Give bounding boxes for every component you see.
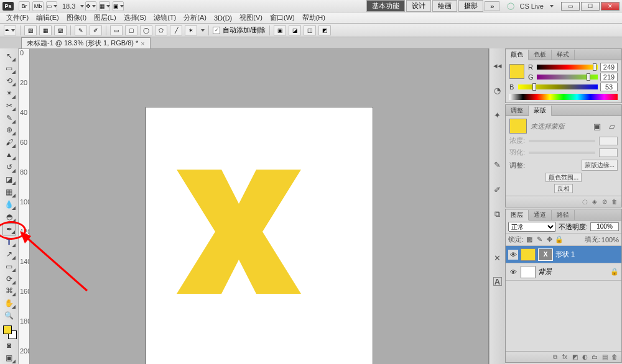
layer-mask-icon[interactable]: ◩: [570, 353, 579, 362]
window-maximize-button[interactable]: ☐: [581, 2, 600, 11]
lock-all-icon[interactable]: 🔒: [555, 235, 564, 244]
paragraph-panel-icon[interactable]: A: [493, 277, 502, 286]
ellipse-shape-icon[interactable]: ◯: [140, 25, 152, 35]
visibility-icon[interactable]: 👁: [508, 250, 518, 260]
move-tool[interactable]: ↖: [2, 50, 16, 62]
screen-mode-icon[interactable]: ▣: [113, 1, 124, 11]
rrect-shape-icon[interactable]: ▢: [125, 25, 137, 35]
layer-background[interactable]: 👁 背景 🔒: [506, 263, 621, 281]
link-layers-icon[interactable]: ⧉: [550, 353, 559, 362]
canvas-zone[interactable]: [30, 49, 488, 364]
quickmask-tool[interactable]: ◙: [2, 339, 16, 352]
adjust-tab[interactable]: 调整: [506, 106, 529, 116]
layer-thumb[interactable]: [521, 266, 536, 278]
color-swatches[interactable]: [2, 324, 17, 339]
pixel-mask-icon[interactable]: ▣: [592, 121, 603, 132]
layer-style-icon[interactable]: fx: [560, 353, 569, 362]
stamp-tool[interactable]: ▲: [2, 148, 16, 161]
delete-layer-icon[interactable]: 🗑: [610, 353, 619, 362]
polygon-shape-icon[interactable]: ⬠: [155, 25, 167, 35]
eraser-tool[interactable]: ◪: [2, 173, 16, 186]
menu-filter[interactable]: 滤镜(T): [150, 12, 180, 23]
quick-select-tool[interactable]: ✴: [2, 87, 16, 99]
marquee-tool[interactable]: ▭: [2, 62, 16, 75]
path-intersect-icon[interactable]: ◫: [304, 25, 316, 35]
history-panel-icon[interactable]: ◔: [492, 84, 503, 96]
cslive-icon[interactable]: ◯: [507, 2, 514, 10]
layer-shape1[interactable]: 👁 X 形状 1: [506, 246, 621, 263]
opacity-value[interactable]: 100%: [590, 222, 619, 231]
b-slider[interactable]: [518, 84, 598, 89]
gradient-tool[interactable]: ▦: [2, 186, 16, 198]
window-minimize-button[interactable]: ▭: [561, 2, 580, 11]
load-selection-icon[interactable]: ◌: [580, 198, 589, 206]
new-layer-icon[interactable]: ▤: [600, 353, 609, 362]
freeform-pen-icon[interactable]: ✐: [90, 25, 102, 35]
r-slider[interactable]: [537, 65, 598, 70]
path-select-tool[interactable]: ↗: [2, 248, 16, 260]
window-close-button[interactable]: ✕: [601, 2, 620, 11]
path-exclude-icon[interactable]: ◩: [318, 25, 331, 35]
pen-tool[interactable]: ✒: [2, 223, 16, 235]
dodge-tool[interactable]: ◓: [2, 211, 16, 223]
invert-button[interactable]: 反相: [554, 184, 573, 193]
feather-value[interactable]: [599, 148, 618, 157]
menu-window[interactable]: 窗口(W): [266, 12, 299, 23]
path-subtract-icon[interactable]: ◪: [289, 25, 301, 35]
layer-thumb[interactable]: [521, 248, 536, 261]
view-extras-icon[interactable]: ▭: [46, 1, 57, 11]
layers-tab[interactable]: 图层: [506, 210, 529, 221]
hand-tool[interactable]: ✋: [2, 297, 16, 309]
3d-camera-tool[interactable]: ⌘: [2, 285, 16, 298]
menu-help[interactable]: 帮助(H): [299, 12, 329, 23]
cslive-label[interactable]: CS Live: [519, 2, 544, 10]
menu-file[interactable]: 文件(F): [2, 12, 32, 23]
lasso-tool[interactable]: ⟲: [2, 75, 16, 87]
fill-value[interactable]: 100%: [601, 236, 619, 243]
color-preview-swatch[interactable]: [509, 64, 524, 79]
auto-add-delete-checkbox[interactable]: ✓: [213, 27, 220, 34]
zoom-value[interactable]: 18.3: [62, 2, 75, 10]
custom-shape-icon[interactable]: ✶: [185, 25, 197, 35]
layer-vector-mask-thumb[interactable]: X: [538, 248, 553, 261]
eyedropper-tool[interactable]: ✎: [2, 112, 16, 124]
blend-mode-select[interactable]: 正常: [508, 222, 556, 232]
tab-close-icon[interactable]: ×: [141, 40, 144, 47]
lock-transparent-icon[interactable]: ▩: [525, 235, 534, 244]
menu-layer[interactable]: 图层(L): [90, 12, 119, 23]
pen-tool-preview-icon[interactable]: ✒: [4, 25, 16, 35]
character-panel-icon[interactable]: ✕: [492, 252, 503, 263]
blur-tool[interactable]: 💧: [2, 198, 16, 211]
lock-position-icon[interactable]: ✥: [545, 235, 554, 244]
mask-tab[interactable]: 蒙版: [529, 106, 552, 116]
visibility-icon[interactable]: 👁: [508, 267, 518, 277]
lock-pixels-icon[interactable]: ✎: [535, 235, 544, 244]
3d-tool[interactable]: ⟳: [2, 273, 16, 285]
g-value[interactable]: 219: [600, 73, 618, 81]
styles-tab[interactable]: 样式: [552, 50, 575, 60]
g-slider[interactable]: [537, 75, 598, 80]
foreground-swatch[interactable]: [3, 325, 12, 334]
menu-select[interactable]: 选择(S): [120, 12, 151, 23]
delete-mask-icon[interactable]: 🗑: [610, 198, 619, 206]
shape-tool[interactable]: ▭: [2, 260, 16, 273]
workspace-design[interactable]: 设计: [406, 0, 431, 12]
document-tab[interactable]: 未标题-1 @ 18.3% (形状 1, RGB/8) * ×: [21, 37, 151, 48]
crop-tool[interactable]: ✂: [2, 99, 16, 112]
workspace-photo[interactable]: 摄影: [458, 0, 483, 12]
menu-view[interactable]: 视图(V): [236, 12, 266, 23]
paths-tab[interactable]: 路径: [552, 210, 575, 220]
paths-mode-icon[interactable]: ▦: [39, 25, 52, 35]
menu-3d[interactable]: 3D(D): [210, 14, 236, 22]
type-tool[interactable]: T: [2, 235, 16, 248]
workspace-more[interactable]: »: [485, 1, 499, 11]
group-icon[interactable]: 🗀: [590, 353, 599, 362]
color-tab[interactable]: 颜色: [506, 50, 529, 60]
swatches-panel-icon[interactable]: ✦: [492, 109, 503, 121]
spectrum-ramp[interactable]: [509, 94, 618, 100]
rect-shape-icon[interactable]: ▭: [110, 25, 123, 35]
menu-edit[interactable]: 编辑(E): [32, 12, 63, 23]
brush-presets-panel-icon[interactable]: ✐: [492, 184, 503, 195]
minibridge-icon[interactable]: Mb: [32, 1, 44, 11]
line-shape-icon[interactable]: ╱: [170, 25, 182, 35]
